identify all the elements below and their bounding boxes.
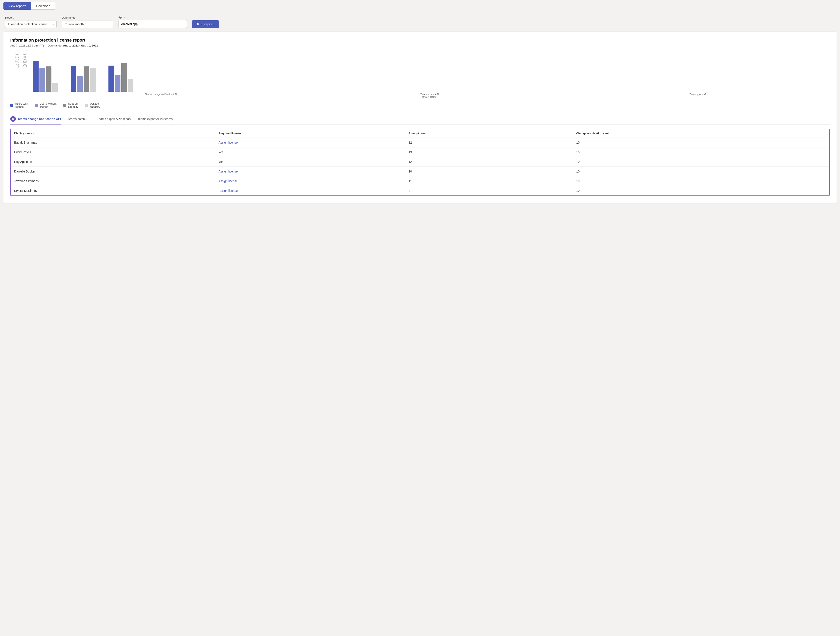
- cell-license-1: Yes: [215, 147, 405, 157]
- table-row-3: Danielle BookerAssign license2010: [11, 167, 829, 176]
- filter-row: Report Information protection license ▾ …: [0, 12, 840, 32]
- legend-label-1: Users withoutlicense: [39, 102, 57, 109]
- cell-sent-1: 10: [573, 147, 829, 157]
- cell-name-1: Hilary Reyes: [11, 147, 215, 157]
- cell-name-5: Krystal McKinney: [11, 186, 215, 196]
- cell-license-3[interactable]: Assign license: [215, 167, 405, 176]
- bars-row: [30, 53, 830, 92]
- sort-icon: ↓: [33, 132, 34, 135]
- report-date-range-value: Aug 1, 2021 - Aug 30, 2021: [63, 44, 98, 47]
- bar-group-0: [33, 61, 58, 92]
- tab-2[interactable]: Teams export APIs (chat): [97, 115, 131, 123]
- cell-sent-0: 10: [573, 138, 829, 147]
- y-label-left-1: 24k: [15, 56, 19, 58]
- report-date-range-label: Date range:: [48, 44, 62, 47]
- legend-label-0: Users withlicense: [15, 102, 28, 109]
- data-table: Display name↓Required licenseAttempt cou…: [11, 129, 829, 196]
- tab-1[interactable]: Teams patch API: [68, 115, 90, 123]
- table-row-0: Babak ShammasAssign license1210: [11, 138, 829, 147]
- chart-wrapper: Teams change notification APITeams expor…: [30, 53, 830, 98]
- cell-sent-2: 10: [573, 157, 829, 167]
- toolbar: View reports Download: [0, 0, 840, 12]
- table-header-3: Change notification sent: [573, 129, 829, 138]
- legend-color-1: [35, 104, 38, 107]
- apps-input[interactable]: [118, 20, 187, 28]
- table-header-2: Attempt count: [405, 129, 573, 138]
- table-header: Display name↓Required licenseAttempt cou…: [11, 129, 829, 138]
- y-label-left-3: 12k: [15, 61, 19, 63]
- y-label-left-0: 30k: [15, 53, 19, 56]
- assign-license-link-3[interactable]: Assign license: [219, 170, 238, 173]
- bar-group-1: [71, 66, 96, 92]
- report-select[interactable]: Information protection license ▾: [5, 21, 57, 28]
- cell-sent-3: 10: [573, 167, 829, 176]
- tabs-row: 10Teams change notification APITeams pat…: [10, 114, 830, 125]
- cell-name-0: Babak Shammas: [11, 138, 215, 147]
- legend-item-3: Utilizedcapacity: [85, 102, 100, 109]
- cell-license-4[interactable]: Assign license: [215, 176, 405, 186]
- table-row-5: Krystal McKinneyAssign license410: [11, 186, 829, 196]
- bar-1-1: [77, 76, 83, 92]
- cell-attempt-1: 13: [405, 147, 573, 157]
- legend-label-3: Utilizedcapacity: [90, 102, 100, 109]
- table-header-0[interactable]: Display name↓: [11, 129, 215, 138]
- y-label-left-4: 6k: [16, 63, 19, 66]
- chart-legend: Users withlicenseUsers withoutlicenseSee…: [10, 102, 830, 109]
- report-label: Report: [5, 16, 57, 19]
- bar-2-0: [109, 66, 114, 92]
- cell-attempt-4: 11: [405, 176, 573, 186]
- legend-item-1: Users withoutlicense: [35, 102, 57, 109]
- cell-license-0[interactable]: Assign license: [215, 138, 405, 147]
- bar-2-1: [115, 75, 120, 92]
- report-filter-group: Report Information protection license ▾: [5, 16, 57, 28]
- y-label-right-3: 200: [23, 61, 27, 63]
- table-body: Babak ShammasAssign license1210Hilary Re…: [11, 138, 829, 196]
- table-row-4: Jazmine SimmonsAssign license1110: [11, 176, 829, 186]
- date-range-filter-group: Date range Current month: [62, 16, 113, 28]
- run-report-button[interactable]: Run report: [192, 21, 219, 28]
- bar-1-3: [90, 68, 96, 92]
- bar-group-2: [109, 63, 133, 92]
- y-label-left-2: 18k: [15, 58, 19, 61]
- x-labels: Teams change notification APITeams expor…: [30, 92, 830, 98]
- table-row-1: Hilary ReyesYes1310: [11, 147, 829, 157]
- legend-color-3: [85, 104, 88, 107]
- tab-3[interactable]: Teams export APIs (teams): [137, 115, 174, 123]
- x-label-2: Teams patch API: [570, 93, 826, 98]
- table-header-1: Required license: [215, 129, 405, 138]
- cell-sent-4: 10: [573, 176, 829, 186]
- x-label-0: Teams change notification API: [33, 93, 289, 98]
- cell-attempt-2: 12: [405, 157, 573, 167]
- y-label-right-0: 500: [23, 53, 27, 56]
- cell-name-3: Danielle Booker: [11, 167, 215, 176]
- cell-license-2: Yes: [215, 157, 405, 167]
- date-range-select[interactable]: Current month: [62, 21, 113, 28]
- assign-license-link-4[interactable]: Assign license: [219, 179, 238, 183]
- download-button[interactable]: Download: [31, 2, 55, 9]
- view-reports-button[interactable]: View reports: [3, 2, 31, 9]
- y-label-right-1: 400: [23, 56, 27, 58]
- legend-item-0: Users withlicense: [10, 102, 28, 109]
- bar-0-1: [39, 68, 45, 92]
- y-label-right-2: 300: [23, 58, 27, 61]
- cell-name-2: Roy Appleton: [11, 157, 215, 167]
- bar-0-3: [52, 83, 58, 92]
- cell-license-5[interactable]: Assign license: [215, 186, 405, 196]
- y-label-right-5: 0: [26, 66, 27, 69]
- x-label-1: Teams export API(chat + teams): [302, 93, 558, 98]
- bar-0-0: [33, 61, 39, 92]
- assign-license-link-0[interactable]: Assign license: [219, 141, 238, 144]
- tab-label-0: Teams change notification API: [17, 117, 61, 121]
- tab-0[interactable]: 10Teams change notification API: [10, 114, 61, 125]
- y-axis-right: 500 400 300 200 100 0: [21, 53, 27, 69]
- table-header-row: Display name↓Required licenseAttempt cou…: [11, 129, 829, 138]
- bar-1-2: [84, 66, 89, 92]
- date-range-label: Date range: [62, 16, 113, 19]
- legend-color-2: [63, 104, 66, 107]
- bar-2-2: [121, 63, 127, 92]
- cell-sent-5: 10: [573, 186, 829, 196]
- apps-label: Apps: [118, 16, 187, 19]
- bar-1-0: [71, 66, 76, 92]
- assign-license-link-5[interactable]: Assign license: [219, 189, 238, 193]
- report-select-value: Information protection license: [8, 22, 51, 26]
